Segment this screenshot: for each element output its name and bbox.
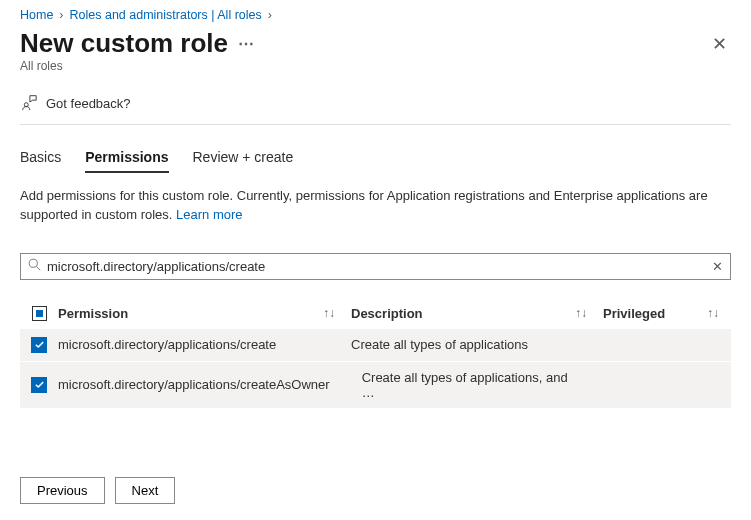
cell-permission: microsoft.directory/applications/createA… xyxy=(58,377,330,392)
sort-icon[interactable]: ↑↓ xyxy=(575,306,599,320)
table-row[interactable]: microsoft.directory/applications/create … xyxy=(20,329,731,361)
clear-icon[interactable]: ✕ xyxy=(712,259,723,274)
feedback-link[interactable]: Got feedback? xyxy=(20,93,731,125)
close-icon[interactable]: ✕ xyxy=(707,32,731,56)
permissions-table: Permission ↑↓ Description ↑↓ Privileged … xyxy=(20,298,731,408)
table-header-row: Permission ↑↓ Description ↑↓ Privileged … xyxy=(20,298,731,329)
person-feedback-icon xyxy=(20,93,38,114)
feedback-label: Got feedback? xyxy=(46,96,131,111)
title-text: New custom role xyxy=(20,28,228,59)
sort-icon[interactable]: ↑↓ xyxy=(323,306,347,320)
select-all-checkbox[interactable] xyxy=(32,306,47,321)
previous-button[interactable]: Previous xyxy=(20,477,105,504)
cell-description: Create all types of applications xyxy=(351,337,571,352)
breadcrumb: Home › Roles and administrators | All ro… xyxy=(20,8,731,22)
search-icon xyxy=(28,258,41,274)
tab-permissions[interactable]: Permissions xyxy=(85,149,168,173)
chevron-right-icon: › xyxy=(59,8,63,22)
col-privileged[interactable]: Privileged xyxy=(603,306,703,321)
page-title: New custom role ⋯ xyxy=(20,28,254,59)
learn-more-link[interactable]: Learn more xyxy=(176,207,242,222)
breadcrumb-home[interactable]: Home xyxy=(20,8,53,22)
row-checkbox[interactable] xyxy=(31,337,47,353)
more-icon[interactable]: ⋯ xyxy=(238,34,254,53)
cell-description: Create all types of applications, and … xyxy=(362,370,582,400)
description-text: Add permissions for this custom role. Cu… xyxy=(20,188,708,222)
tab-description: Add permissions for this custom role. Cu… xyxy=(20,187,731,225)
col-description[interactable]: Description xyxy=(351,306,571,321)
breadcrumb-roles[interactable]: Roles and administrators | All roles xyxy=(70,8,262,22)
table-row[interactable]: microsoft.directory/applications/createA… xyxy=(20,362,731,408)
tabs: Basics Permissions Review + create xyxy=(20,149,731,173)
chevron-right-icon: › xyxy=(268,8,272,22)
svg-point-1 xyxy=(29,259,37,267)
tab-basics[interactable]: Basics xyxy=(20,149,61,173)
sort-icon[interactable]: ↑↓ xyxy=(707,306,731,320)
next-button[interactable]: Next xyxy=(115,477,176,504)
col-permission[interactable]: Permission xyxy=(58,306,319,321)
row-checkbox[interactable] xyxy=(31,377,47,393)
tab-review[interactable]: Review + create xyxy=(193,149,294,173)
permission-search-input[interactable] xyxy=(20,253,731,280)
cell-permission: microsoft.directory/applications/create xyxy=(58,337,319,352)
subtitle: All roles xyxy=(20,59,731,73)
